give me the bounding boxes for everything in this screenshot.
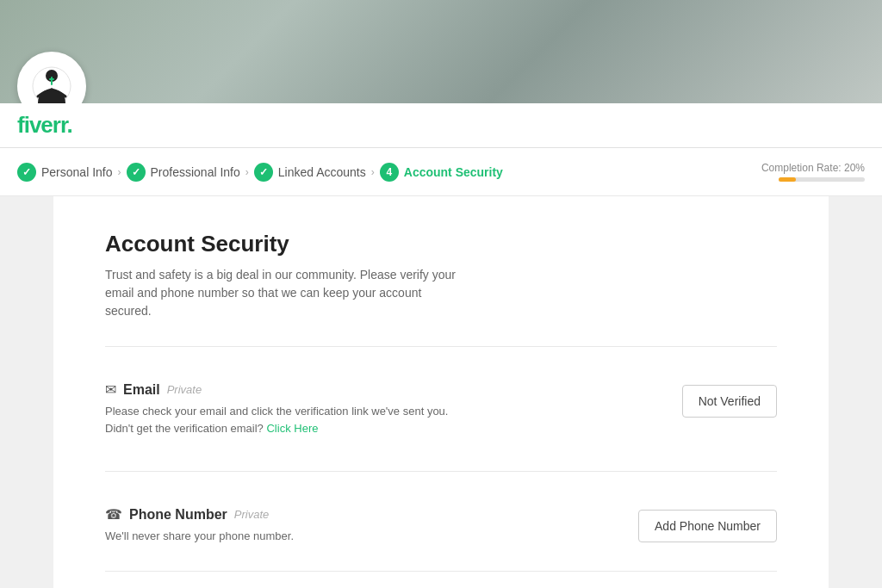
phone-icon: ☎ (105, 506, 122, 523)
not-verified-button[interactable]: Not Verified (682, 385, 777, 418)
breadcrumb-label-personal: Personal Info (41, 165, 113, 179)
breadcrumb-label-linked: Linked Accounts (278, 165, 366, 179)
phone-label: Phone Number (129, 507, 227, 523)
breadcrumb-item-linked-accounts[interactable]: ✓ Linked Accounts (254, 163, 366, 182)
phone-field-action: Add Phone Number (638, 506, 777, 542)
phone-description: We'll never share your phone number. (105, 528, 467, 545)
email-field-action: Not Verified (682, 381, 777, 418)
email-field-row: ✉ Email Private Please check your email … (105, 364, 777, 454)
divider-1 (105, 346, 777, 347)
fiverr-logo: fiverr. (17, 112, 865, 139)
email-field-left: ✉ Email Private Please check your email … (105, 381, 665, 436)
breadcrumb-label-account-security: Account Security (404, 165, 503, 179)
logo-text: fiverr (17, 112, 67, 138)
check-icon-linked: ✓ (254, 163, 273, 182)
breadcrumb-label-professional: Professional Info (151, 165, 240, 179)
page-title: Account Security (105, 231, 777, 257)
header: fiverr. (0, 103, 882, 148)
hero-background (0, 0, 882, 103)
arrow-1: › (118, 166, 121, 178)
breadcrumb-bar: ✓ Personal Info › ✓ Professional Info › … (0, 148, 882, 196)
email-description: Please check your email and click the ve… (105, 403, 467, 436)
add-phone-number-button[interactable]: Add Phone Number (638, 510, 777, 542)
main-content: Account Security Trust and safety is a b… (53, 196, 829, 588)
completion-area: Completion Rate: 20% (761, 162, 865, 182)
breadcrumb-item-professional-info[interactable]: ✓ Professional Info (127, 163, 240, 182)
divider-2 (105, 471, 777, 472)
arrow-2: › (245, 166, 249, 178)
hero-image (0, 0, 882, 103)
progress-bar-fill (779, 177, 796, 182)
phone-desc-text: We'll never share your phone number. (105, 529, 294, 542)
phone-field-left: ☎ Phone Number Private We'll never share… (105, 506, 621, 545)
avatar-icon (26, 60, 78, 103)
footer-row: Continue & Create Your First Gig (105, 571, 777, 589)
phone-field-row: ☎ Phone Number Private We'll never share… (105, 489, 777, 562)
phone-private-label: Private (234, 508, 269, 521)
breadcrumb-item-account-security[interactable]: 4 Account Security (380, 163, 503, 182)
email-desc-resend: Didn't get the verification email? (105, 422, 264, 435)
completion-label: Completion Rate: 20% (761, 162, 865, 174)
check-icon-professional: ✓ (127, 163, 146, 182)
page-description: Trust and safety is a big deal in our co… (105, 266, 467, 320)
logo-dot: . (67, 112, 72, 138)
email-field-header: ✉ Email Private (105, 381, 665, 398)
breadcrumb-items: ✓ Personal Info › ✓ Professional Info › … (17, 163, 503, 182)
email-desc-text: Please check your email and click the ve… (105, 405, 448, 418)
email-icon: ✉ (105, 381, 116, 398)
email-private-label: Private (167, 383, 202, 396)
breadcrumb-item-personal-info[interactable]: ✓ Personal Info (17, 163, 113, 182)
click-here-link[interactable]: Click Here (266, 422, 318, 435)
progress-bar-background (779, 177, 865, 182)
step-number-account-security: 4 (380, 163, 399, 182)
phone-field-header: ☎ Phone Number Private (105, 506, 621, 523)
arrow-3: › (371, 166, 375, 178)
check-icon-personal: ✓ (17, 163, 36, 182)
email-label: Email (123, 382, 160, 398)
